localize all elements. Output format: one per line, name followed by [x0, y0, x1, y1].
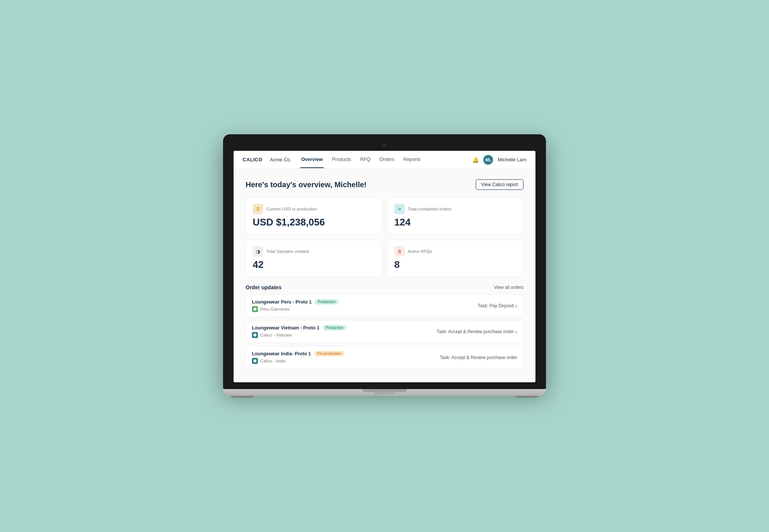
screen: CALICO Acme Co. Overview Products RFQ Or…	[234, 151, 535, 382]
avatar: ML	[483, 155, 493, 165]
laptop-base: MacBook Pro	[223, 389, 546, 396]
chevron-right-icon[interactable]: ›	[515, 329, 517, 335]
nav-brand: CALICO	[243, 157, 262, 162]
supplier-name: Calico - Vietnam	[260, 333, 292, 337]
nav-links: Overview Products RFQ Orders Reports	[300, 151, 421, 168]
order-name: Loungewear Peru - Proto 1	[252, 299, 312, 305]
orders-section-header: Order updates View all orders	[246, 284, 523, 290]
usd-icon: $	[253, 204, 263, 214]
main-content: Here's today's overview, Michelle! View …	[234, 169, 535, 382]
svg-point-2	[253, 359, 256, 362]
order-badge: Production	[323, 325, 347, 331]
laptop-feet	[223, 396, 546, 398]
view-all-orders-link[interactable]: View all orders	[494, 285, 523, 290]
laptop-label: MacBook Pro	[374, 391, 395, 395]
nav-link-orders[interactable]: Orders	[379, 151, 395, 168]
page-title: Here's today's overview, Michelle!	[246, 180, 366, 189]
nav-link-products[interactable]: Products	[331, 151, 352, 168]
user-name: Michelle Lam	[498, 157, 526, 162]
orders-value: 124	[394, 216, 516, 228]
view-report-button[interactable]: View Calico report	[476, 179, 523, 190]
samples-label: Total Samples created	[266, 249, 309, 254]
order-name: Loungewear India- Proto 1	[252, 351, 311, 356]
stat-card-usd: $ Current USD in production USD $1,238,0…	[246, 197, 382, 234]
rfqs-label: Active RFQs	[408, 249, 432, 254]
nav-link-overview[interactable]: Overview	[300, 151, 324, 168]
usd-value: USD $1,238,056	[253, 216, 375, 228]
nav-right: 🔔 ML Michelle Lam	[472, 155, 526, 165]
supplier-icon	[252, 306, 258, 312]
order-task: Task: Accept & Review purchase order	[437, 329, 514, 334]
stat-card-rfqs: 8 Active RFQs 8	[387, 240, 523, 277]
laptop-frame: CALICO Acme Co. Overview Products RFQ Or…	[223, 134, 546, 398]
supplier-name: Peru Garments	[260, 307, 290, 311]
rfqs-value: 8	[394, 259, 516, 271]
screen-bezel: CALICO Acme Co. Overview Products RFQ Or…	[223, 134, 546, 389]
samples-value: 42	[253, 259, 375, 271]
order-task: Task: Accept & Review purchase order	[440, 355, 517, 360]
stats-grid: $ Current USD in production USD $1,238,0…	[246, 197, 523, 277]
order-task: Task: Pay Deposit	[478, 303, 514, 308]
supplier-icon	[252, 358, 258, 364]
order-badge: Production	[315, 299, 339, 305]
page-header: Here's today's overview, Michelle! View …	[246, 179, 523, 190]
samples-icon: ◑	[253, 246, 263, 257]
stat-card-orders: ≡ Total completed orders 124	[387, 197, 523, 234]
nav-company: Acme Co.	[270, 157, 291, 162]
stat-card-samples: ◑ Total Samples created 42	[246, 240, 382, 277]
rfqs-icon: 8	[394, 246, 405, 257]
nav-link-reports[interactable]: Reports	[403, 151, 421, 168]
svg-point-0	[253, 308, 256, 311]
order-item: Loungewear Vietnam - Proto 1 Production …	[246, 320, 523, 343]
supplier-icon	[252, 332, 258, 338]
orders-icon: ≡	[394, 204, 405, 214]
order-item: Loungewear Peru - Proto 1 Production Per…	[246, 294, 523, 317]
order-item: Loungewear India- Proto 1 Pre-production…	[246, 346, 523, 369]
orders-label: Total completed orders	[408, 207, 451, 211]
navbar: CALICO Acme Co. Overview Products RFQ Or…	[234, 151, 535, 169]
chevron-right-icon[interactable]: ›	[515, 303, 517, 309]
order-name: Loungewear Vietnam - Proto 1	[252, 325, 320, 331]
notification-bell-icon[interactable]: 🔔	[472, 157, 479, 163]
order-badge: Pre-production	[314, 351, 345, 356]
nav-link-rfq[interactable]: RFQ	[359, 151, 371, 168]
svg-point-1	[253, 334, 256, 337]
supplier-name: Calico - India	[260, 359, 285, 363]
usd-label: Current USD in production	[266, 207, 317, 211]
orders-section-title: Order updates	[246, 284, 282, 290]
